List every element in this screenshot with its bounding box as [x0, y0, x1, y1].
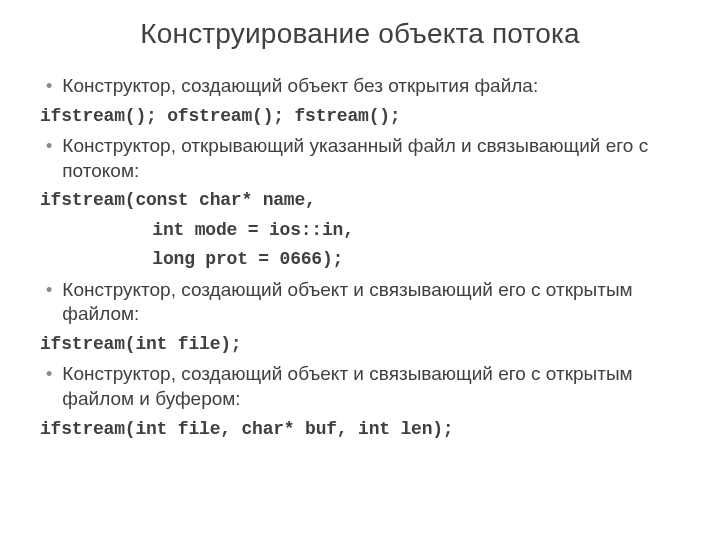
bullet-text: Конструктор, создающий объект без открыт… — [62, 74, 680, 99]
bullet-icon: • — [46, 134, 52, 158]
bullet-item: • Конструктор, создающий объект без откр… — [40, 74, 680, 99]
bullet-text: Конструктор, открывающий указанный файл … — [62, 134, 680, 183]
code-line: ifstream(int file, char* buf, int len); — [40, 418, 680, 441]
slide-content: • Конструктор, создающий объект без откр… — [40, 74, 680, 441]
bullet-icon: • — [46, 278, 52, 302]
slide: Конструирование объекта потока • Констру… — [0, 0, 720, 540]
code-line: ifstream(int file); — [40, 333, 680, 356]
bullet-text: Конструктор, создающий объект и связываю… — [62, 362, 680, 411]
bullet-icon: • — [46, 74, 52, 98]
slide-title: Конструирование объекта потока — [40, 18, 680, 50]
bullet-item: • Конструктор, создающий объект и связыв… — [40, 278, 680, 327]
bullet-icon: • — [46, 362, 52, 386]
code-line: long prot = 0666); — [40, 248, 680, 271]
bullet-text: Конструктор, создающий объект и связываю… — [62, 278, 680, 327]
bullet-item: • Конструктор, создающий объект и связыв… — [40, 362, 680, 411]
code-line: ifstream(); ofstream(); fstream(); — [40, 105, 680, 128]
code-line: int mode = ios::in, — [40, 219, 680, 242]
code-line: ifstream(const char* name, — [40, 189, 680, 212]
bullet-item: • Конструктор, открывающий указанный фай… — [40, 134, 680, 183]
